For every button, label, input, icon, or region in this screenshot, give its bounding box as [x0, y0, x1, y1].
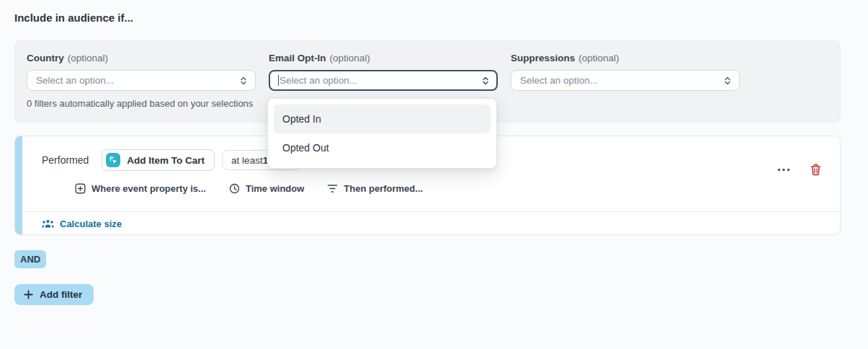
- where-event-property-button[interactable]: Where event property is...: [75, 183, 206, 194]
- country-select-placeholder: Select an option...: [36, 75, 239, 86]
- country-label: Country: [27, 53, 64, 63]
- chevron-up-down-icon: [723, 76, 732, 86]
- suppressions-select[interactable]: Select an option...: [511, 70, 740, 91]
- email-opt-in-dropdown-menu: Opted In Opted Out: [267, 98, 497, 169]
- and-connector-badge[interactable]: AND: [14, 250, 46, 268]
- performed-label: Performed: [42, 154, 89, 166]
- dropdown-option-opted-out[interactable]: Opted Out: [274, 133, 491, 162]
- email-opt-in-optional-label: (optional): [330, 53, 370, 63]
- suppressions-optional-label: (optional): [578, 53, 619, 63]
- add-filter-button[interactable]: Add filter: [14, 284, 94, 305]
- chevron-up-down-icon: [481, 76, 490, 86]
- suppressions-label: Suppressions: [511, 53, 575, 63]
- more-options-button[interactable]: [777, 168, 790, 172]
- email-opt-in-select-placeholder: Select an option...: [278, 75, 481, 86]
- then-performed-button[interactable]: Then performed...: [327, 183, 423, 194]
- suppressions-select-placeholder: Select an option...: [520, 75, 723, 86]
- count-prefix-label: at least: [231, 155, 263, 166]
- calculate-size-label: Calculate size: [60, 218, 122, 229]
- event-selector-button[interactable]: Add Item To Cart: [102, 149, 215, 171]
- cursor-click-icon: [106, 153, 120, 167]
- field-suppressions: Suppressions(optional) Select an option.…: [511, 53, 740, 91]
- plus-icon: [24, 290, 33, 299]
- users-icon: [42, 218, 54, 229]
- dropdown-option-opted-in[interactable]: Opted In: [274, 105, 491, 133]
- plus-square-icon: [75, 183, 86, 194]
- field-country: Country(optional) Select an option...: [27, 53, 256, 91]
- where-event-property-label: Where event property is...: [91, 183, 206, 194]
- country-select[interactable]: Select an option...: [27, 70, 256, 91]
- time-window-button[interactable]: Time window: [229, 183, 304, 194]
- event-name-label: Add Item To Cart: [127, 155, 205, 166]
- field-email-opt-in: Email Opt-In(optional) Select an option.…: [269, 53, 498, 91]
- clock-icon: [229, 183, 240, 194]
- trash-icon: [810, 164, 821, 176]
- then-performed-label: Then performed...: [344, 183, 423, 194]
- chevron-up-down-icon: [239, 76, 248, 86]
- page-title: Include in audience if...: [14, 12, 133, 24]
- email-opt-in-select[interactable]: Select an option...: [269, 70, 498, 91]
- more-options-icon: [777, 168, 790, 172]
- country-optional-label: (optional): [68, 53, 108, 63]
- filter-icon: [327, 184, 338, 193]
- time-window-label: Time window: [246, 183, 304, 194]
- calculate-size-button[interactable]: Calculate size: [15, 211, 840, 235]
- add-filter-label: Add filter: [40, 289, 82, 300]
- email-opt-in-label: Email Opt-In: [269, 53, 326, 63]
- delete-filter-button[interactable]: [810, 164, 821, 176]
